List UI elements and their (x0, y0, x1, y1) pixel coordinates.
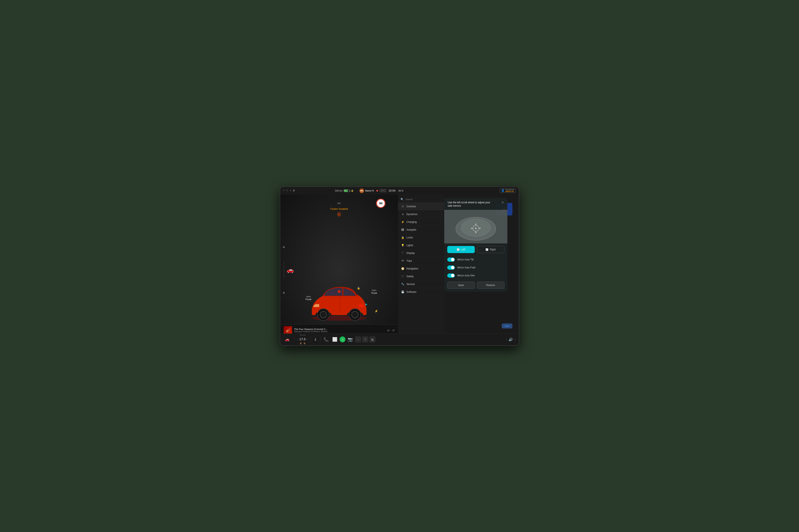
mirror-auto-dim-toggle[interactable] (447, 273, 455, 278)
grid-icon[interactable]: ▦ (369, 336, 376, 343)
controls-label: Controls (406, 205, 416, 208)
auto-button[interactable]: Auto (502, 323, 512, 328)
seatbelt-warning: ✂ Fasten Seatbelt (330, 201, 348, 210)
sos-indicator: SOS (380, 189, 386, 192)
temp-mode-label: Manual (296, 334, 309, 336)
locks-icon: 🔒 (401, 236, 404, 239)
more-apps-icon[interactable]: ··· (355, 336, 361, 343)
menu-item-autopilot[interactable]: 🅰 Autopilot (398, 226, 444, 234)
airbag-icon: 👤 (501, 189, 504, 192)
airbag-label: PASSENGER (505, 189, 514, 191)
safety-icon: 🛡 (401, 275, 404, 278)
search-input[interactable] (405, 198, 442, 201)
temp-increase-btn[interactable]: › (306, 338, 307, 341)
volume-icon: 🔊 (509, 338, 513, 342)
menu-item-safety[interactable]: 🛡 Safety (398, 272, 444, 280)
gear-indicator: P R N D (283, 189, 295, 192)
recording-dot (376, 190, 378, 192)
svg-point-7 (351, 311, 358, 318)
chinese-decoration: 春 (337, 211, 342, 217)
menu-square-icon[interactable]: ⬜ (331, 336, 339, 343)
left-mirror-button[interactable]: ⬜ Left (447, 246, 475, 253)
svg-point-9 (365, 304, 367, 305)
software-icon: 💾 (401, 290, 404, 293)
taskbar: 🚗 Manual ‹ 17.5 › 🪑 🪑 🌡 📞 ⬜ (280, 334, 519, 345)
shuffle-icon[interactable]: ⇄ (387, 329, 389, 332)
seatbelt-label: Fasten Seatbelt (330, 208, 348, 210)
left-mirror-icon: ⬜ (457, 248, 460, 251)
range-label: 340 km (335, 189, 343, 192)
svg-point-8 (338, 290, 341, 293)
navigation-label: Navigation (406, 267, 418, 270)
right-mirror-icon: ⬜ (486, 248, 488, 251)
spotify-icon[interactable]: ♫ (340, 337, 345, 342)
repeat-icon[interactable]: ↺ (392, 329, 395, 332)
car-taskbar-icon[interactable]: 🚗 (284, 336, 291, 343)
mirror-auto-tilt-label: Mirror Auto Tilt (457, 258, 504, 261)
car-door-icon: 🚗 (287, 266, 294, 273)
charging-chevron: › (441, 221, 441, 223)
car-panel: ▲ ▼ 🚗 ✂ Fasten Seatbelt 春 Open Frunk (280, 194, 398, 345)
gear-n: N (290, 189, 292, 192)
speed-value: 90 (379, 202, 383, 205)
music-info: 🎻 The Four Seasons (Concerti C... Baroqu… (284, 326, 395, 335)
mirror-auto-fold-label: Mirror Auto Fold (457, 266, 504, 269)
steering-wheel-icon[interactable]: 🌡 (312, 336, 319, 343)
temp-display: 17.5 (299, 337, 306, 341)
dynamics-icon: ◈ (401, 213, 404, 216)
temp-control: ‹ 17.5 › (296, 337, 309, 342)
lights-label: Lights (406, 244, 413, 247)
left-mirror-label: Left (461, 248, 465, 251)
user-avatar: MR (359, 188, 364, 193)
camera-icon[interactable]: 📷 (346, 336, 354, 343)
menu-item-controls[interactable]: ⚙ Controls (398, 203, 444, 210)
down-arrow[interactable]: ▼ (282, 291, 286, 295)
right-mirror-button[interactable]: ⬜ Right (477, 246, 504, 253)
mirror-auto-tilt-toggle[interactable] (447, 258, 455, 262)
save-button[interactable]: Save (447, 282, 475, 289)
dialog-actions: Save Restore (444, 280, 507, 292)
charging-label: Charging (406, 221, 417, 224)
menu-item-navigation[interactable]: 🧭 Navigation (398, 265, 444, 272)
dynamics-label: Dynamics (406, 213, 418, 216)
menu-item-locks[interactable]: 🔒 Locks (398, 234, 444, 242)
vol-next-btn[interactable]: › (514, 338, 515, 341)
menu-item-dynamics[interactable]: ◈ Dynamics › (398, 210, 444, 218)
menu-item-trips[interactable]: 🗺 Trips (398, 257, 444, 265)
dialog-close-button[interactable]: ✕ (502, 201, 504, 204)
mirror-dialog: Use the left scroll wheel to adjust your… (444, 198, 507, 292)
menu-item-lights[interactable]: 💡 Lights (398, 242, 444, 249)
up-arrow[interactable]: ▲ (282, 245, 286, 249)
mirror-auto-fold-toggle[interactable] (447, 265, 455, 270)
service-label: Service (406, 283, 415, 286)
info-icon[interactable]: ⓘ (362, 336, 368, 343)
gear-d: D (293, 189, 295, 192)
vol-prev-btn[interactable]: ‹ (506, 338, 507, 341)
volume-control: 🔊 (509, 338, 513, 342)
gear-r: R (286, 189, 289, 192)
menu-item-service[interactable]: 🔧 Service (398, 280, 444, 288)
mirror-auto-dim-label: Mirror Auto Dim (457, 274, 504, 277)
seat-heat-icons: 🪑 🪑 (296, 342, 309, 345)
menu-item-display[interactable]: 📱 Display (398, 249, 444, 257)
search-icon: 🔍 (401, 198, 404, 201)
restore-button[interactable]: Restore (477, 282, 504, 289)
temp-decrease-btn[interactable]: ‹ (298, 338, 298, 341)
phone-icon[interactable]: 📞 (322, 336, 330, 343)
temperature-control: Manual ‹ 17.5 › 🪑 🪑 (296, 334, 309, 345)
main-content: ▲ ▼ 🚗 ✂ Fasten Seatbelt 春 Open Frunk (280, 194, 519, 345)
seat-heat-left-icon: 🪑 (299, 342, 302, 345)
speed-sign: 90 (376, 199, 385, 208)
dotted-line (284, 262, 284, 278)
car-image (306, 279, 373, 322)
autopilot-icon: 🅰 (401, 228, 404, 231)
menu-item-software[interactable]: 💾 Software (398, 288, 444, 296)
mirror-auto-fold-option: Mirror Auto Fold (444, 264, 507, 271)
right-panel: ⚡ Auto Use the left scroll wheel to adju… (444, 194, 519, 345)
gear-p: P (283, 189, 285, 192)
trips-label: Trips (406, 260, 412, 262)
navigation-icon: 🧭 (401, 267, 404, 270)
car-svg (306, 279, 373, 321)
menu-item-charging[interactable]: ⚡ Charging › (398, 218, 444, 226)
mirror-visualization (444, 210, 507, 243)
